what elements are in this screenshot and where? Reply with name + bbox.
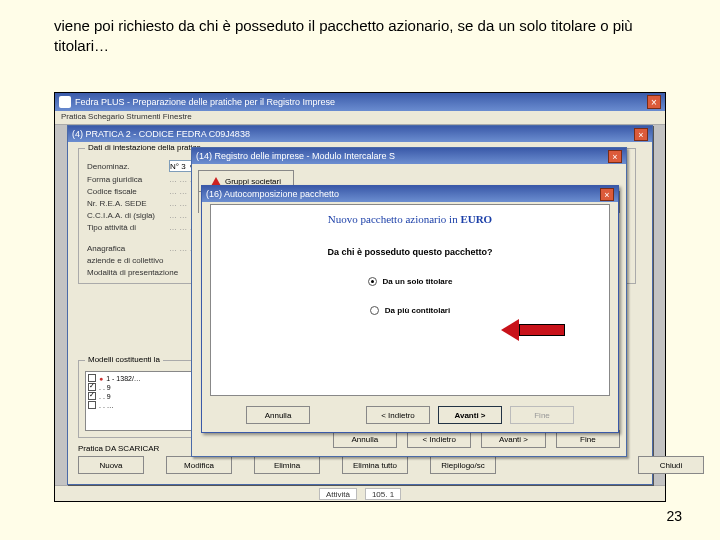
wizard-buttons: Annulla < Indietro Avanti > Fine <box>210 406 610 424</box>
label-rea: Nr. R.E.A. SEDE <box>87 199 165 208</box>
label-cciaa: C.C.I.A.A. di (sigla) <box>87 211 165 220</box>
radio-label: Da più contitolari <box>385 306 450 315</box>
close-icon[interactable]: × <box>647 95 661 109</box>
annulla-button[interactable]: Annulla <box>246 406 310 424</box>
nuova-button[interactable]: Nuova <box>78 456 144 474</box>
list-item: . . 9 <box>88 383 202 391</box>
radio-icon[interactable] <box>368 277 377 286</box>
close-icon[interactable]: × <box>600 188 614 201</box>
arrow-indicator-icon <box>501 319 565 341</box>
elimina-button[interactable]: Elimina <box>254 456 320 474</box>
radio-solo-titolare[interactable]: Da un solo titolare <box>368 277 453 286</box>
wizard-body: Nuovo pacchetto azionario in EURO Da chi… <box>210 204 610 396</box>
app-icon <box>59 96 71 108</box>
radio-icon[interactable] <box>370 306 379 315</box>
label-collettivo: aziende e di collettivo <box>87 256 197 265</box>
checkbox[interactable] <box>88 392 96 400</box>
radio-piu-contitolari[interactable]: Da più contitolari <box>370 306 450 315</box>
desktop-area: Fedra PLUS - Preparazione delle pratiche… <box>54 92 666 502</box>
label-forma: Forma giuridica <box>87 175 165 184</box>
app-titlebar: Fedra PLUS - Preparazione delle pratiche… <box>55 93 665 111</box>
label-anagrafica: Anagrafica <box>87 244 165 253</box>
checkbox[interactable] <box>88 374 96 382</box>
label-tipo: Tipo attività di <box>87 223 165 232</box>
checkbox[interactable] <box>88 383 96 391</box>
fine-button: Fine <box>510 406 574 424</box>
group2-title: Modelli costituenti la <box>85 355 163 364</box>
list-item: . . … <box>88 401 202 409</box>
pratica-scaricare-label: Pratica DA SCARICAR <box>78 444 159 453</box>
group1-title: Dati di intestazione della pratica <box>85 143 204 152</box>
checkbox[interactable] <box>88 401 96 409</box>
window-wizard: (16) Autocomposizione pacchetto × Nuovo … <box>201 185 619 433</box>
registro-title: (14) Registro delle imprese - Modulo Int… <box>196 151 395 161</box>
pratica-bottom-buttons: Nuova Modifica Elimina Elimina tutto Rie… <box>78 456 704 474</box>
pratica-titlebar: (4) PRATICA 2 - CODICE FEDRA C09J4838 × <box>68 126 652 142</box>
chiudi-button[interactable]: Chiudi <box>638 456 704 474</box>
wizard-titlebar: (16) Autocomposizione pacchetto × <box>202 186 618 202</box>
pratica-title: (4) PRATICA 2 - CODICE FEDRA C09J4838 <box>72 129 250 139</box>
label-denominazione: Denominaz. <box>87 162 165 171</box>
riepilogo-button[interactable]: Riepilogo/sc <box>430 456 496 474</box>
page-number: 23 <box>666 508 682 524</box>
close-icon[interactable]: × <box>608 150 622 163</box>
list-item: ●1 - 1382/… <box>88 374 202 382</box>
avanti-button[interactable]: Avanti > <box>438 406 502 424</box>
status-cell-1: Attività <box>319 488 357 500</box>
radio-group: Da un solo titolare Da più contitolari <box>211 277 609 315</box>
app-menubar[interactable]: Pratica Schegario Strumenti Finestre <box>55 111 665 125</box>
label-cf: Codice fiscale <box>87 187 165 196</box>
status-cell-2: 105. 1 <box>365 488 401 500</box>
wizard-heading: Nuovo pacchetto azionario in EURO <box>211 213 609 225</box>
registro-titlebar: (14) Registro delle imprese - Modulo Int… <box>192 148 626 164</box>
elimina-tutto-button[interactable]: Elimina tutto <box>342 456 408 474</box>
app-title: Fedra PLUS - Preparazione delle pratiche… <box>75 97 335 107</box>
wizard-question: Da chi è posseduto questo pacchetto? <box>211 247 609 257</box>
indietro-button[interactable]: < Indietro <box>366 406 430 424</box>
slide-caption: viene poi richiesto da chi è posseduto i… <box>54 16 666 57</box>
status-bar: Attività 105. 1 <box>55 485 665 501</box>
wizard-title-text: (16) Autocomposizione pacchetto <box>206 189 339 199</box>
modelli-list[interactable]: ●1 - 1382/… . . 9 . . 9 . . … <box>85 371 205 431</box>
close-icon[interactable]: × <box>634 128 648 141</box>
modifica-button[interactable]: Modifica <box>166 456 232 474</box>
label-modalita: Modalità di presentazione <box>87 268 197 277</box>
radio-label: Da un solo titolare <box>383 277 453 286</box>
list-item: . . 9 <box>88 392 202 400</box>
